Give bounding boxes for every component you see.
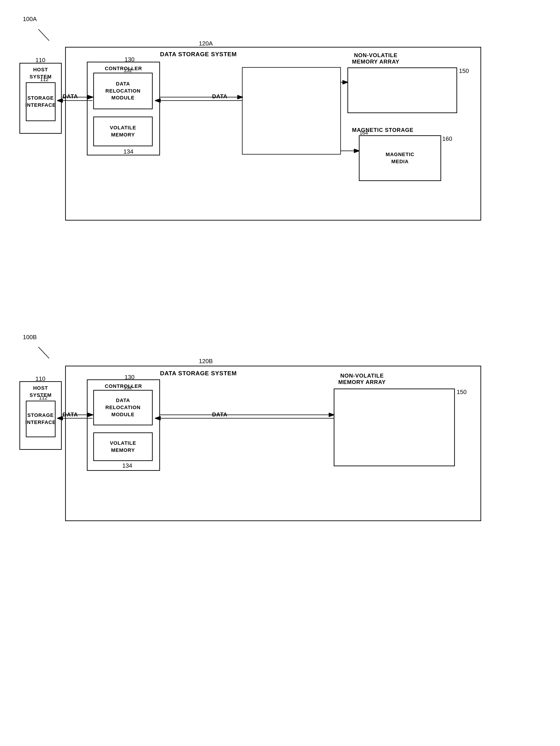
diagram2-drm-ref: 132	[124, 385, 132, 391]
diagram2-vm-ref: 134	[122, 462, 132, 469]
diagram2-nvm-box	[334, 389, 455, 466]
diagram1-drm-label: DATA RELOCATION MODULE	[105, 81, 141, 102]
diagram1-drm-box: 132 DATA RELOCATION MODULE	[93, 73, 153, 109]
diagram1-ref: 100A	[23, 16, 37, 23]
diagram1-mm-box: 164 MAGNETIC MEDIA	[359, 135, 441, 181]
diagram2-ctrl-ref: 130	[124, 374, 134, 381]
diagram1-nvm-box	[347, 67, 457, 113]
svg-line-4	[38, 29, 49, 41]
diagram1-mm-label: MAGNETIC MEDIA	[386, 151, 414, 165]
diagram1-mm-ref: 160	[442, 135, 452, 142]
diagram2-vm-label: VOLATILE MEMORY	[110, 440, 136, 454]
diagram2-hs-ref: 110	[35, 375, 45, 382]
diagram2-nvm-label: NON-VOLATILE MEMORY ARRAY	[338, 373, 386, 385]
diagram-container: 100A 120A DATA STORAGE SYSTEM HOST SYSTE…	[0, 0, 560, 746]
diagram2-si-ref: 112	[39, 395, 48, 401]
diagram1-dss-ref: 120A	[199, 40, 213, 47]
diagram1-vm-ref: 134	[123, 148, 133, 155]
diagram1-nvm-ref: 150	[459, 67, 469, 75]
diagram1-nvm-label: NON-VOLATILE MEMORY ARRAY	[352, 52, 399, 65]
diagram2-dss-label: DATA STORAGE SYSTEM	[160, 370, 237, 377]
diagram1-vm-box: VOLATILE MEMORY	[93, 117, 153, 146]
diagram1-drm-ref: 132	[124, 67, 132, 74]
diagram2-drm-box: 132 DATA RELOCATION MODULE	[93, 390, 153, 425]
diagram1-vm-label: VOLATILE MEMORY	[110, 124, 136, 139]
diagram1-hs-ref: 110	[35, 57, 45, 64]
diagram2-data-label2: DATA	[212, 411, 227, 418]
diagram2-nvm-ref: 150	[457, 389, 467, 396]
diagram1-mm-ref2: 164	[360, 130, 368, 136]
diagram1-dss-label: DATA STORAGE SYSTEM	[160, 51, 237, 58]
diagram2-drm-label: DATA RELOCATION MODULE	[105, 397, 141, 418]
diagram1-controller-label: CONTROLLER	[105, 65, 142, 71]
diagram2-ref: 100B	[23, 334, 37, 341]
diagram1-host-system-box: HOST SYSTEM 112 STORAGE INTERFACE	[20, 63, 62, 134]
diagram1-data-label2: DATA	[212, 93, 227, 99]
diagram1-si-ref: 112	[40, 77, 49, 83]
diagram1-ctrl-ref: 130	[124, 56, 134, 63]
diagram1-si-label: STORAGE INTERFACE	[25, 95, 56, 109]
diagram2-si-label: STORAGE INTERFACE	[25, 412, 56, 426]
diagram2-controller-label: CONTROLLER	[105, 383, 142, 389]
diagram2-data-label1: DATA	[63, 411, 78, 418]
diagram2-dss-ref: 120B	[199, 358, 213, 365]
diagram1-data-label1: DATA	[63, 93, 78, 99]
svg-line-12	[38, 347, 49, 358]
diagram2-host-system-box: HOST SYSTEM 112 STORAGE INTERFACE	[20, 381, 62, 450]
diagram2-vm-box: VOLATILE MEMORY	[93, 432, 153, 461]
